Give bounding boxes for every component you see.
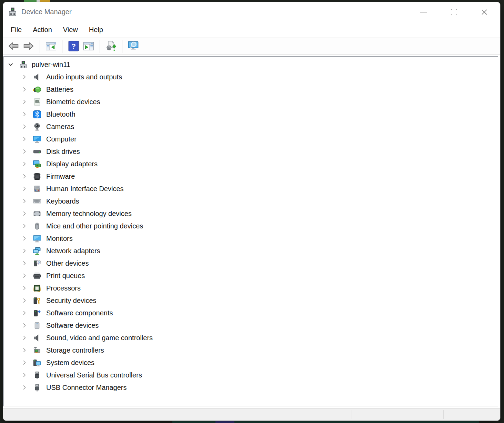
tree-item-software-components[interactable]: Software components: [4, 307, 498, 319]
tree-item-label: Monitors: [46, 235, 73, 243]
tree-item-label: System devices: [46, 359, 94, 367]
menu-help[interactable]: Help: [83, 22, 109, 38]
tree-item-human-interface-devices[interactable]: Human Interface Devices: [4, 183, 498, 195]
computer-monitor-icon: [33, 135, 41, 144]
chevron-right-icon[interactable]: [20, 346, 29, 354]
chevron-right-icon[interactable]: [20, 122, 29, 131]
tree-item-monitors[interactable]: Monitors: [4, 232, 498, 245]
usb-plug-icon: [33, 383, 41, 392]
chevron-right-icon[interactable]: [20, 247, 29, 255]
chevron-right-icon[interactable]: [20, 296, 29, 305]
tree-item-keyboards[interactable]: Keyboards: [4, 195, 498, 207]
tree-item-processors[interactable]: Processors: [4, 282, 498, 294]
tree-item-other-devices[interactable]: ? Other devices: [4, 257, 498, 269]
tree-item-print-queues[interactable]: Print queues: [4, 269, 498, 282]
minimize-icon: [420, 12, 427, 12]
tree-item-cameras[interactable]: Cameras: [4, 120, 498, 133]
tree-item-label: Firmware: [46, 173, 75, 180]
toolbar-separator: [62, 40, 62, 53]
chevron-right-icon[interactable]: [20, 197, 29, 205]
tree-item-label: Batteries: [46, 86, 73, 94]
chevron-right-icon[interactable]: [20, 160, 29, 168]
chevron-right-icon[interactable]: [20, 383, 29, 392]
tree-item-memory-technology-devices[interactable]: Memory technology devices: [4, 207, 498, 220]
chevron-right-icon[interactable]: [20, 85, 29, 94]
chevron-right-icon[interactable]: [20, 172, 29, 180]
tree-item-batteries[interactable]: Batteries: [4, 83, 498, 96]
chevron-right-icon[interactable]: [20, 73, 29, 81]
tree-item-bluetooth[interactable]: Bluetooth: [4, 108, 498, 120]
device-key-icon: [33, 296, 41, 305]
back-button[interactable]: [7, 39, 20, 53]
tree-item-sound-video-game-controllers[interactable]: Sound, video and game controllers: [4, 332, 498, 344]
maximize-button[interactable]: [439, 2, 469, 22]
chevron-right-icon[interactable]: [20, 135, 29, 143]
menu-action[interactable]: Action: [27, 22, 58, 38]
tree-item-label: Storage controllers: [46, 346, 104, 354]
computer-search-icon: [127, 41, 140, 51]
tree-item-computer[interactable]: Computer: [4, 133, 498, 145]
chevron-right-icon[interactable]: [20, 110, 29, 118]
tree-item-label: Universal Serial Bus controllers: [46, 371, 142, 379]
chevron-right-icon[interactable]: [20, 209, 29, 218]
tree-item-disk-drives[interactable]: Disk drives: [4, 145, 498, 158]
speaker-icon: [33, 334, 41, 342]
tree-item-security-devices[interactable]: Security devices: [4, 294, 498, 307]
chevron-right-icon[interactable]: [20, 358, 29, 367]
tree-item-system-devices[interactable]: System devices: [4, 356, 498, 369]
show-action-pane-button[interactable]: [82, 39, 95, 53]
tree-root-pulver-win11[interactable]: pulver-win11: [4, 58, 498, 71]
tree-item-display-adapters[interactable]: Display adapters: [4, 158, 498, 170]
mouse-icon: [33, 222, 41, 230]
chevron-right-icon[interactable]: [20, 371, 29, 379]
bluetooth-icon: [33, 110, 41, 119]
svg-text:?: ?: [38, 260, 40, 264]
chevron-right-icon[interactable]: [20, 259, 29, 267]
chevron-right-icon[interactable]: [20, 222, 29, 230]
chevron-right-icon[interactable]: [20, 334, 29, 342]
tree-item-biometric-devices[interactable]: Biometric devices: [4, 96, 498, 108]
tree-item-software-devices[interactable]: Software devices: [4, 319, 498, 332]
statusbar: [3, 408, 500, 421]
menu-file[interactable]: File: [5, 22, 27, 38]
help-button[interactable]: ?: [67, 39, 80, 53]
tree-item-mice[interactable]: Mice and other pointing devices: [4, 220, 498, 232]
tree-item-audio-inputs-and-outputs[interactable]: Audio inputs and outputs: [4, 71, 498, 83]
tree-item-storage-controllers[interactable]: Storage controllers: [4, 344, 498, 356]
toolbar-separator: [40, 40, 40, 53]
forward-arrow-icon: [23, 41, 34, 51]
scan-for-hardware-changes-button[interactable]: [104, 39, 118, 53]
statusbar-section: [3, 409, 352, 421]
device-manager-window: Device Manager File Action View Help ?: [3, 2, 501, 421]
device-manager-icon: [19, 60, 28, 69]
tree-item-label: Cameras: [46, 123, 74, 131]
chevron-right-icon[interactable]: [20, 98, 29, 106]
network-adapter-icon: [33, 247, 41, 255]
disk-drive-icon: [33, 147, 41, 156]
tree-item-network-adapters[interactable]: Network adapters: [4, 245, 498, 257]
system-device-icon: [33, 358, 41, 367]
chevron-right-icon[interactable]: [20, 147, 29, 156]
minimize-button[interactable]: [409, 2, 439, 22]
tree-item-label: Audio inputs and outputs: [46, 73, 122, 81]
chevron-right-icon[interactable]: [20, 272, 29, 280]
tree-item-label: Software devices: [46, 322, 99, 329]
show-console-tree-button[interactable]: [44, 39, 58, 53]
chevron-right-icon[interactable]: [20, 284, 29, 292]
chevron-right-icon[interactable]: [20, 321, 29, 329]
tree-item-label: Computer: [46, 135, 77, 143]
computer-search-button[interactable]: [127, 39, 140, 53]
chevron-right-icon[interactable]: [20, 309, 29, 317]
tree-item-usb-connector-managers[interactable]: USB Connector Managers: [4, 381, 498, 394]
chevron-right-icon[interactable]: [20, 185, 29, 193]
tree-item-firmware[interactable]: Firmware: [4, 170, 498, 183]
usb-plug-icon: [33, 371, 41, 380]
menu-view[interactable]: View: [58, 22, 83, 38]
chevron-right-icon[interactable]: [20, 234, 29, 243]
menubar: File Action View Help: [3, 22, 500, 38]
chevron-down-icon[interactable]: [7, 60, 15, 69]
tree-item-universal-serial-bus-controllers[interactable]: Universal Serial Bus controllers: [4, 369, 498, 381]
svg-text:?: ?: [71, 42, 76, 50]
forward-button[interactable]: [22, 39, 36, 53]
close-button[interactable]: [469, 2, 500, 22]
